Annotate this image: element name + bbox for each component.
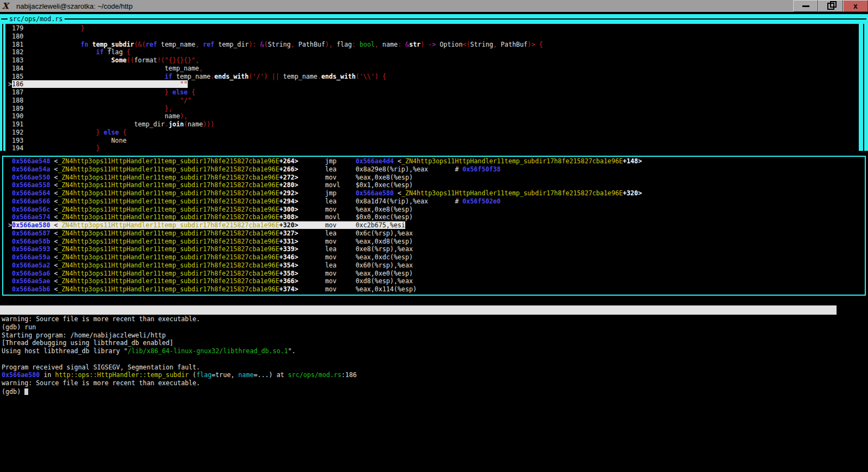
asm-row: 0x566ae5a2 <_ZN4http3ops11HttpHandler11t… bbox=[4, 261, 642, 270]
close-icon: x bbox=[853, 2, 858, 10]
status-line-pc: L186 PC: 0x566ae580 bbox=[754, 324, 831, 333]
asm-row: 0x566ae587 <_ZN4http3ops11HttpHandler11t… bbox=[4, 229, 642, 238]
gdb-console[interactable]: warning: Source file is more recent than… bbox=[2, 315, 356, 396]
asm-row: 0x566ae548 <_ZN4http3ops11HttpHandler11t… bbox=[4, 157, 642, 165]
console-line: warning: Source file is more recent than… bbox=[2, 379, 356, 387]
asm-row: 0x566ae58b <_ZN4http3ops11HttpHandler11t… bbox=[4, 238, 642, 246]
close-button[interactable]: x bbox=[843, 0, 868, 12]
asm-row: 0x566ae5b6 <_ZN4http3ops11HttpHandler11t… bbox=[4, 285, 642, 294]
minimize-icon bbox=[802, 5, 809, 7]
source-line: 194 } bbox=[4, 144, 543, 152]
console-line bbox=[2, 355, 356, 363]
xterm-icon: X bbox=[2, 2, 12, 10]
border-line bbox=[1, 18, 866, 20]
source-line: 181 fn temp_subdir(&(ref temp_name, ref … bbox=[4, 41, 543, 49]
console-line: Program received signal SIGSEGV, Segment… bbox=[2, 363, 356, 372]
source-window-title: src/ops/mod.rs bbox=[8, 15, 65, 23]
asm-row: 0x566ae5a6 <_ZN4http3ops11HttpHandler11t… bbox=[4, 270, 642, 278]
title-bar[interactable]: X nabijaczleweli@szarotka: ~/code/http x bbox=[0, 0, 868, 12]
source-line: 193 None bbox=[4, 137, 543, 145]
asm-row-current: >0x566ae580 <_ZN4http3ops11HttpHandler11… bbox=[4, 221, 642, 229]
asm-row: 0x566ae564 <_ZN4http3ops11HttpHandler11t… bbox=[4, 189, 642, 197]
source-line: 185 if temp_name.ends_with('/') || temp_… bbox=[4, 73, 543, 81]
source-line: 179 } bbox=[4, 24, 543, 33]
source-window-right-border bbox=[859, 24, 868, 151]
asm-row: 0x566ae5ae <_ZN4http3ops11HttpHandler11t… bbox=[4, 277, 642, 285]
source-window-border: src/ops/mod.rs bbox=[0, 14, 868, 24]
asm-row: 0x566ae566 <_ZN4http3ops11HttpHandler11t… bbox=[4, 197, 642, 206]
source-line: 184 temp_name, bbox=[4, 65, 543, 73]
asm-row: 0x566ae59a <_ZN4http3ops11HttpHandler11t… bbox=[4, 253, 642, 261]
console-line: 0x566ae580 in http::ops::HttpHandler::te… bbox=[2, 371, 356, 379]
asm-row: 0x566ae574 <_ZN4http3ops11HttpHandler11t… bbox=[4, 213, 642, 221]
asm-row: 0x566ae593 <_ZN4http3ops11HttpHandler11t… bbox=[4, 245, 642, 253]
source-line: 189 }, bbox=[4, 105, 543, 113]
asm-row: 0x566ae550 <_ZN4http3ops11HttpHandler11t… bbox=[4, 174, 642, 182]
source-line-current: >186 "" bbox=[4, 80, 543, 88]
console-line: warning: Source file is more recent than… bbox=[2, 315, 356, 323]
minimize-button[interactable] bbox=[793, 0, 818, 12]
asm-row: 0x566ae54a <_ZN4http3ops11HttpHandler11t… bbox=[4, 165, 642, 174]
console-line: Starting program: /home/nabijaczleweli/h… bbox=[2, 331, 356, 340]
console-line: Using host libthread_db library "/lib/x8… bbox=[2, 347, 356, 355]
terminal-cursor bbox=[24, 388, 28, 395]
console-line: (gdb) run bbox=[2, 323, 356, 331]
source-line: 182 if flag { bbox=[4, 48, 543, 56]
source-line: 188 "/" bbox=[4, 97, 543, 105]
source-line: 180 bbox=[4, 33, 543, 41]
console-line: [Thread debugging using libthread_db ena… bbox=[2, 339, 356, 347]
maximize-button[interactable] bbox=[818, 0, 843, 12]
source-line: 191 temp_dir.join(name))) bbox=[4, 120, 543, 129]
source-line: 190 name), bbox=[4, 112, 543, 120]
gdb-prompt-line[interactable]: (gdb) bbox=[2, 387, 356, 396]
xterm-window: X nabijaczleweli@szarotka: ~/code/http x… bbox=[0, 0, 868, 472]
source-line: 183 Some((format!("{}{}{}", bbox=[4, 56, 543, 65]
tui-status-bar: multi-thre Thread 0xf7c84700 ( In: http:… bbox=[0, 305, 837, 315]
asm-pane[interactable]: 0x566ae548 <_ZN4http3ops11HttpHandler11t… bbox=[4, 157, 642, 294]
source-pane[interactable]: 179 } 180 181 fn temp_subdir(&(ref temp_… bbox=[4, 24, 543, 152]
source-line: 192 } else { bbox=[4, 129, 543, 137]
asm-row: 0x566ae56c <_ZN4http3ops11HttpHandler11t… bbox=[4, 206, 642, 214]
maximize-icon bbox=[827, 3, 834, 10]
window-title: nabijaczleweli@szarotka: ~/code/http bbox=[16, 2, 132, 10]
asm-row: 0x566ae558 <_ZN4http3ops11HttpHandler11t… bbox=[4, 181, 642, 189]
source-line: 187 } else { bbox=[4, 88, 543, 97]
